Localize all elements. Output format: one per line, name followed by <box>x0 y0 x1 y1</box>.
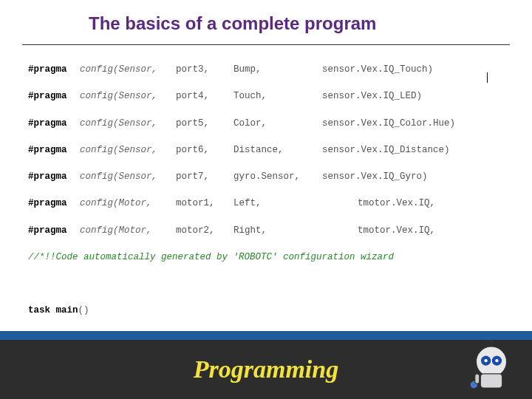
footer-dark-bar: Programming <box>0 340 532 399</box>
pragma-line: #pragmaconfig(Sensor,port4,Touch,sensor.… <box>28 89 510 103</box>
footer-title: Programming <box>194 355 338 383</box>
svg-point-3 <box>484 359 487 362</box>
svg-point-7 <box>490 340 493 343</box>
blank-line <box>28 277 510 290</box>
svg-rect-5 <box>480 374 502 388</box>
footer-accent-bar <box>0 331 532 340</box>
task-main: task main() <box>28 304 510 317</box>
pragma-line-motor: #pragmaconfig(Motor,motor1,Left,tmotor.V… <box>28 197 510 210</box>
svg-rect-9 <box>475 374 480 383</box>
svg-point-0 <box>476 347 506 377</box>
svg-point-4 <box>495 359 498 362</box>
pragma-line: #pragmaconfig(Sensor,port5,Color,sensor.… <box>28 117 510 130</box>
pragma-kw: #pragma <box>28 63 80 76</box>
auto-comment: //*!!Code automatically generated by 'RO… <box>28 250 510 264</box>
slide-title: The basics of a complete program <box>0 0 532 41</box>
divider <box>22 44 510 45</box>
pragma-line-motor: #pragmaconfig(Motor,motor2,Right,tmotor.… <box>28 224 510 237</box>
pragma-conf: config(Sensor, <box>80 63 176 76</box>
text-cursor <box>487 72 488 83</box>
pragma-type: sensor.Vex.IQ_Touch) <box>322 63 433 76</box>
pragma-line: #pragmaconfig(Sensor,port6,Distance,sens… <box>28 143 510 157</box>
pragma-name: Bump, <box>233 63 322 76</box>
pragma-port: port3, <box>176 63 233 76</box>
footer: Programming <box>0 331 532 399</box>
robot-icon <box>464 340 519 395</box>
pragma-line: #pragmaconfig(Sensor,port3,Bump,sensor.V… <box>28 63 510 76</box>
pragma-line: #pragmaconfig(Sensor,port7,gyro.Sensor,s… <box>28 170 510 183</box>
